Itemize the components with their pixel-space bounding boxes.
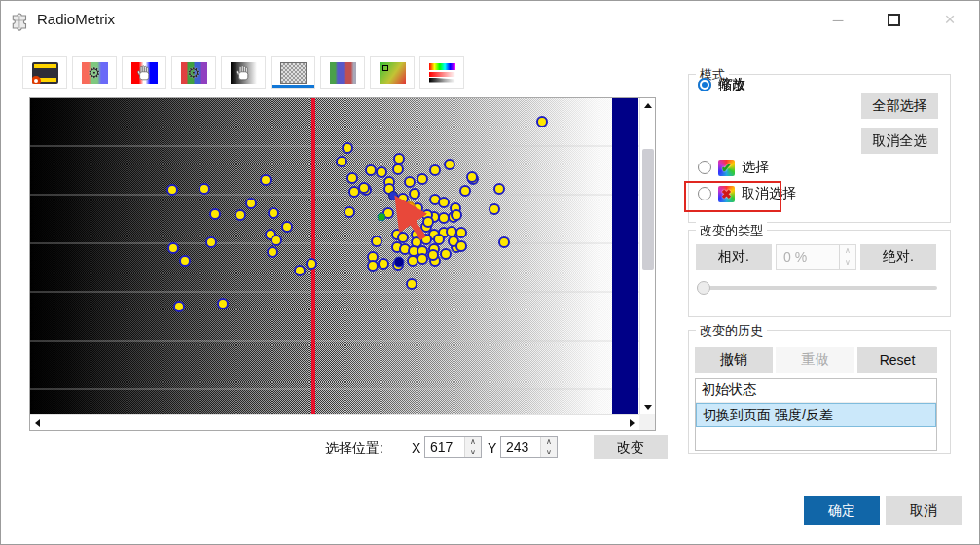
data-point[interactable] [281,221,293,233]
y-spin-up-icon[interactable]: ∧ [541,437,557,448]
data-point[interactable] [306,258,317,270]
data-point[interactable] [536,116,548,127]
data-point[interactable] [205,236,217,248]
data-point[interactable] [422,216,434,228]
close-button[interactable]: × [933,5,966,34]
data-point[interactable] [166,184,178,196]
data-point[interactable] [498,236,510,248]
data-point[interactable] [440,248,452,260]
mode-option-4[interactable]: 缩放 [698,75,745,94]
toolbar-button-navigator[interactable] [22,56,67,89]
data-point[interactable] [392,164,404,175]
y-spinner[interactable]: ∧∨ [540,437,557,457]
data-point[interactable] [344,206,355,218]
scroll-left-icon[interactable] [30,415,45,431]
x-position-field[interactable]: 617 ∧∨ [424,436,482,458]
orange-data-point[interactable] [404,201,416,213]
cancel-button[interactable]: 取消 [886,496,962,525]
data-point[interactable] [271,235,282,246]
radio-unselected-icon[interactable] [698,161,711,174]
data-point[interactable] [378,258,389,270]
amount-slider[interactable] [697,281,937,295]
data-point[interactable] [459,185,471,197]
deselect-all-button[interactable]: 取消全选 [861,128,938,154]
app-puzzle-icon [10,10,31,31]
y-position-value[interactable]: 243 [501,437,540,457]
data-point[interactable] [417,173,428,185]
data-point[interactable] [235,209,246,221]
reset-button[interactable]: Reset [857,347,937,373]
data-point[interactable] [260,174,272,186]
data-point[interactable] [167,242,179,254]
data-point[interactable] [433,234,445,245]
green-data-point[interactable] [378,213,386,222]
data-point[interactable] [493,183,505,195]
data-point[interactable] [267,246,278,258]
history-item[interactable]: 切换到页面 强度/反差 [696,403,936,427]
data-point[interactable] [429,164,441,176]
toolbar-button-gear-multicolor[interactable]: ⚙ [171,56,216,89]
scroll-up-icon[interactable] [640,98,656,112]
slider-thumb[interactable] [697,281,710,295]
minimize-button[interactable]: ─ [821,5,854,34]
toolbar-button-intensity-contrast[interactable] [271,56,315,89]
change-button[interactable]: 改变 [594,435,668,459]
toolbar-button-color-square[interactable] [370,56,415,89]
y-position-field[interactable]: 243 ∧∨ [500,436,558,458]
data-point[interactable] [346,172,358,184]
ok-button[interactable]: 确定 [804,496,880,525]
data-point[interactable] [455,240,467,252]
data-point[interactable] [336,156,347,167]
data-point[interactable] [489,203,500,215]
data-point[interactable] [173,301,185,312]
maximize-button[interactable] [877,5,910,34]
data-point[interactable] [217,298,229,309]
data-point[interactable] [444,159,455,170]
x-spin-down-icon[interactable]: ∨ [465,448,481,458]
navy-data-point[interactable] [394,257,405,268]
scroll-down-icon[interactable] [640,400,656,414]
data-point[interactable] [342,142,353,154]
data-point[interactable] [371,236,382,247]
data-point[interactable] [209,208,221,220]
slider-track[interactable] [697,286,937,290]
select-all-button[interactable]: 全部选择 [861,93,938,119]
undo-button[interactable]: 撤销 [695,347,773,373]
data-point[interactable] [406,278,417,290]
scroll-right-icon[interactable] [625,415,639,431]
redo-button[interactable]: 重做 [776,347,854,373]
history-item[interactable]: 初始状态 [696,379,936,403]
x-spinner[interactable]: ∧∨ [464,437,481,457]
data-point[interactable] [245,198,257,209]
data-point[interactable] [367,260,379,272]
vertical-scrollbar[interactable] [639,98,655,414]
vertical-scroll-thumb[interactable] [642,149,654,270]
data-point[interactable] [427,249,439,261]
toolbar-button-palette-bars[interactable] [419,56,464,89]
radio-selected-icon[interactable] [698,78,711,91]
toolbar-button-hand-rwb[interactable] [122,56,166,89]
mode-option-1[interactable]: ✔选择 [698,158,769,177]
horizontal-scrollbar[interactable] [30,414,639,430]
data-point[interactable] [438,197,450,208]
toolbar-button-hand-grayscale[interactable] [221,56,266,89]
data-point[interactable] [294,265,306,276]
toolbar-button-gear-rgb[interactable]: ⚙ [72,56,117,89]
data-point[interactable] [358,182,370,194]
data-point[interactable] [199,183,210,195]
y-spin-down-icon[interactable]: ∨ [541,448,557,458]
data-point[interactable] [179,255,191,267]
data-point[interactable] [451,209,462,221]
toolbar-button-color-stripes[interactable] [320,56,365,89]
x-spin-up-icon[interactable]: ∧ [465,437,481,448]
data-point[interactable] [466,171,478,183]
blue-data-point[interactable] [388,191,398,200]
plot-canvas[interactable] [30,98,639,414]
relative-button[interactable]: 相对. [696,244,772,270]
absolute-button[interactable]: 绝对. [860,244,936,270]
data-point[interactable] [409,188,420,200]
data-point[interactable] [407,255,418,267]
x-position-value[interactable]: 617 [425,437,464,457]
data-point[interactable] [404,176,416,188]
data-point[interactable] [268,207,279,219]
